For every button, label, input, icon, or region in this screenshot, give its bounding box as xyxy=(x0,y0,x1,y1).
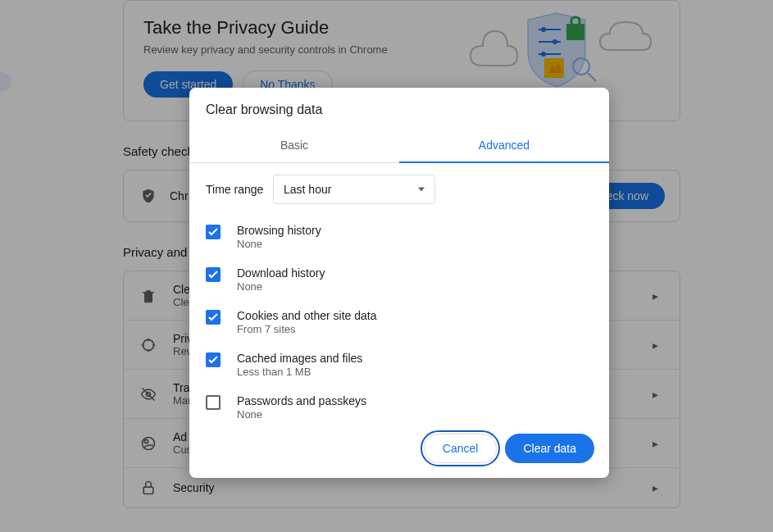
checkbox-cached-images[interactable] xyxy=(206,352,221,367)
checkbox-browsing-history[interactable] xyxy=(206,225,221,239)
item-browsing-history: Browsing history None xyxy=(206,217,593,260)
clear-browsing-data-dialog: Clear browsing data Basic Advanced Time … xyxy=(189,88,609,478)
tab-basic[interactable]: Basic xyxy=(189,129,399,162)
item-cached-images: Cached images and files Less than 1 MB xyxy=(206,345,593,388)
item-title: Cookies and other site data xyxy=(237,309,376,322)
time-range-value: Last hour xyxy=(284,183,331,196)
item-sub: None xyxy=(237,408,366,421)
item-sub: None xyxy=(237,238,321,250)
item-sub: Less than 1 MB xyxy=(237,366,362,378)
dialog-footer: Cancel Clear data xyxy=(189,422,609,478)
dropdown-caret-icon xyxy=(418,188,425,192)
tab-advanced[interactable]: Advanced xyxy=(399,129,609,163)
dialog-tabs: Basic Advanced xyxy=(189,129,609,163)
time-range-label: Time range xyxy=(206,183,273,196)
item-sub: From 7 sites xyxy=(237,323,376,335)
dialog-body[interactable]: Time range Last hour Browsing history No… xyxy=(189,163,609,422)
item-title: Download history xyxy=(237,266,325,280)
item-passwords: Passwords and passkeys None xyxy=(206,388,593,422)
item-sub: None xyxy=(237,280,325,293)
dialog-title: Clear browsing data xyxy=(189,88,609,129)
cancel-button[interactable]: Cancel xyxy=(424,434,498,463)
checkbox-passwords[interactable] xyxy=(206,395,221,410)
item-title: Browsing history xyxy=(237,224,321,237)
item-title: Cached images and files xyxy=(237,352,362,365)
clear-data-button[interactable]: Clear data xyxy=(505,434,594,463)
item-download-history: Download history None xyxy=(206,260,593,302)
item-title: Passwords and passkeys xyxy=(237,394,366,407)
checkbox-download-history[interactable] xyxy=(206,267,221,282)
time-range-select[interactable]: Last hour xyxy=(273,175,435,204)
checkbox-cookies[interactable] xyxy=(206,310,221,325)
item-cookies: Cookies and other site data From 7 sites xyxy=(206,302,593,345)
